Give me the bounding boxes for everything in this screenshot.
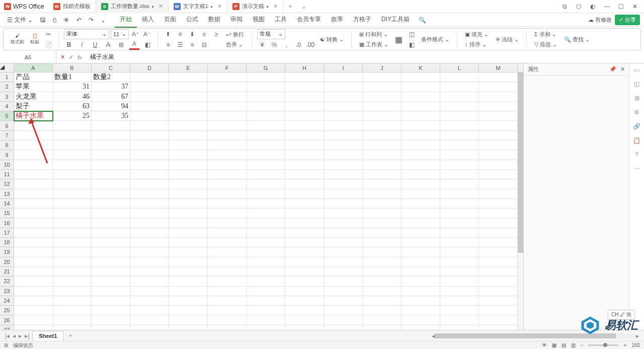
cell[interactable] xyxy=(247,102,285,111)
cell[interactable] xyxy=(401,73,440,82)
cell[interactable] xyxy=(53,141,92,150)
side-select-icon[interactable]: ▭ xyxy=(634,66,639,74)
cell[interactable] xyxy=(92,315,130,325)
formula-cancel-icon[interactable]: ✕ xyxy=(60,54,65,60)
cell[interactable]: 37 xyxy=(92,82,130,92)
cell[interactable] xyxy=(14,199,53,208)
cell[interactable] xyxy=(14,238,53,247)
cell[interactable] xyxy=(169,228,208,238)
cell[interactable] xyxy=(440,199,479,208)
cell[interactable] xyxy=(363,238,401,247)
row-header[interactable]: 3 xyxy=(0,92,14,102)
cell[interactable]: 产品 xyxy=(14,73,53,82)
cell[interactable] xyxy=(440,306,479,315)
cell[interactable] xyxy=(247,247,285,257)
bold-button[interactable]: B xyxy=(64,40,74,50)
cell[interactable] xyxy=(324,267,363,276)
vertical-scrollbar[interactable] xyxy=(517,73,523,330)
menu-tab-方格子[interactable]: 方格子 xyxy=(348,12,376,28)
format-icon[interactable]: ◧ xyxy=(407,40,417,50)
cell[interactable]: 火龙果 xyxy=(14,92,53,102)
cell[interactable] xyxy=(53,170,92,179)
close-icon[interactable]: ✕ xyxy=(273,3,278,10)
cell[interactable] xyxy=(247,276,285,286)
cell[interactable] xyxy=(401,296,440,306)
menu-tab-数据[interactable]: 数据 xyxy=(203,12,225,28)
cell[interactable]: 橘子水果 xyxy=(14,111,53,121)
cell[interactable] xyxy=(247,199,285,208)
cell[interactable] xyxy=(324,160,363,170)
row-header[interactable]: 17 xyxy=(0,228,14,238)
cell[interactable] xyxy=(169,150,208,160)
formula-accept-icon[interactable]: ✓ xyxy=(69,54,73,60)
tab-workbook[interactable]: S 工作簿数量.xlsx • ✕ xyxy=(96,0,169,13)
cell[interactable] xyxy=(285,267,324,276)
tab-menu[interactable]: ⌄ xyxy=(297,3,310,10)
globe-icon[interactable]: ◐ xyxy=(589,3,597,11)
cell[interactable] xyxy=(14,325,53,330)
cell[interactable] xyxy=(285,102,324,111)
cell[interactable] xyxy=(247,82,285,92)
cell[interactable] xyxy=(247,306,285,315)
row-header[interactable]: 26 xyxy=(0,315,14,325)
cell[interactable] xyxy=(169,306,208,315)
cell[interactable] xyxy=(363,276,401,286)
cell[interactable] xyxy=(130,306,169,315)
cell[interactable] xyxy=(363,141,401,150)
cell[interactable] xyxy=(401,111,440,121)
cell[interactable] xyxy=(208,306,247,315)
cell[interactable] xyxy=(324,82,363,92)
cell[interactable] xyxy=(324,92,363,102)
cell[interactable] xyxy=(324,199,363,208)
menu-tab-工具[interactable]: 工具 xyxy=(270,12,292,28)
cell[interactable] xyxy=(130,238,169,247)
cell[interactable] xyxy=(169,287,208,296)
view-layout-icon[interactable]: ▥ xyxy=(571,342,576,348)
cell[interactable] xyxy=(285,276,324,286)
cell[interactable] xyxy=(169,247,208,257)
cell[interactable] xyxy=(285,131,324,141)
cell[interactable] xyxy=(285,208,324,218)
row-header[interactable]: 5 xyxy=(0,111,14,121)
cell[interactable] xyxy=(401,306,440,315)
cell[interactable] xyxy=(324,296,363,306)
cell[interactable] xyxy=(285,121,324,130)
row-header[interactable]: 19 xyxy=(0,247,14,257)
cell[interactable] xyxy=(401,315,440,325)
row-header[interactable]: 24 xyxy=(0,296,14,306)
cell[interactable] xyxy=(130,131,169,141)
cell[interactable] xyxy=(285,199,324,208)
sheet-nav-last[interactable]: ▸| xyxy=(24,332,30,339)
cell[interactable] xyxy=(440,276,479,286)
cell[interactable] xyxy=(92,247,130,257)
add-sheet-button[interactable]: ＋ xyxy=(63,331,77,340)
cell[interactable]: 25 xyxy=(53,111,92,121)
cell[interactable] xyxy=(363,218,401,228)
decimal-dec-icon[interactable]: .00 xyxy=(305,40,315,50)
cut-icon[interactable]: ✂ xyxy=(43,29,53,39)
cell[interactable] xyxy=(285,247,324,257)
cell[interactable] xyxy=(92,267,130,276)
cell[interactable] xyxy=(440,121,479,130)
strike-button[interactable]: A xyxy=(103,40,113,50)
cell[interactable] xyxy=(208,267,247,276)
cell[interactable] xyxy=(169,111,208,121)
cell[interactable] xyxy=(208,141,247,150)
cell[interactable] xyxy=(401,257,440,267)
column-header-A[interactable]: A xyxy=(14,63,53,72)
cell[interactable] xyxy=(130,189,169,199)
cell[interactable] xyxy=(53,150,92,160)
cell[interactable] xyxy=(208,218,247,228)
align-middle-icon[interactable]: ≡ xyxy=(175,29,185,39)
cell[interactable] xyxy=(479,315,518,325)
cell[interactable] xyxy=(363,131,401,141)
cell[interactable] xyxy=(479,247,518,257)
column-header-J[interactable]: J xyxy=(363,63,401,72)
cell[interactable] xyxy=(92,179,130,189)
cell[interactable] xyxy=(479,179,518,189)
zoom-in-icon[interactable]: + xyxy=(623,342,626,348)
cell[interactable] xyxy=(169,315,208,325)
cell[interactable] xyxy=(247,238,285,247)
cell[interactable] xyxy=(324,315,363,325)
cell[interactable] xyxy=(285,296,324,306)
